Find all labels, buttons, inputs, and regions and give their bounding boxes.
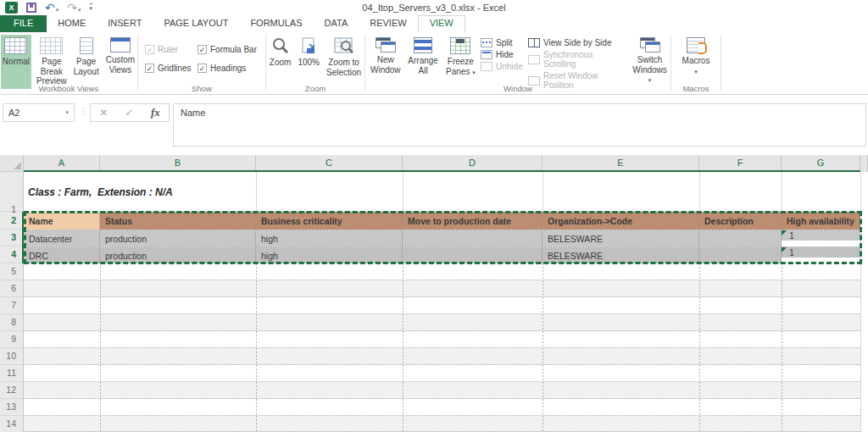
row-header-3[interactable]: 3 [0, 230, 23, 246]
hide-button[interactable]: Hide [481, 50, 525, 59]
row-band[interactable] [24, 399, 860, 416]
macros-label: Macros [682, 56, 710, 66]
page-break-preview-button[interactable]: Page Break Preview [35, 35, 69, 89]
formula-input[interactable]: Name [173, 103, 866, 147]
formula-bar-checkbox[interactable]: ✓Formula Bar [198, 45, 265, 54]
formula-bar-label: Formula Bar [210, 45, 257, 54]
normal-view-label: Normal [3, 57, 30, 67]
column-header-e[interactable]: E [542, 155, 699, 172]
column-header-b[interactable]: B [100, 155, 256, 172]
normal-view-button[interactable]: Normal [1, 35, 31, 89]
row-band[interactable] [24, 297, 860, 314]
column-header-a[interactable]: A [24, 155, 100, 172]
name-box[interactable]: A2▾ [3, 103, 75, 122]
macros-icon [687, 37, 705, 53]
row-band[interactable] [24, 365, 860, 382]
hide-icon [481, 50, 492, 59]
row-band[interactable] [24, 331, 860, 348]
page-layout-button[interactable]: Page Layout [72, 35, 101, 89]
row-header-8[interactable]: 8 [0, 314, 23, 331]
switch-windows-button[interactable]: Switch Windows ▾ [631, 35, 669, 90]
view-side-by-side-button[interactable]: View Side by Side [528, 38, 627, 47]
macros-button[interactable]: Macros▾ [681, 35, 712, 78]
group-label-zoom: Zoom [266, 84, 364, 93]
row-header-1[interactable]: 1 [0, 172, 23, 212]
tab-formulas[interactable]: FORMULAS [239, 15, 313, 32]
tab-insert[interactable]: INSERT [97, 15, 153, 32]
row-band[interactable] [24, 280, 860, 297]
new-window-label: New Window [370, 55, 401, 75]
row-header-4[interactable]: 4 [0, 246, 23, 263]
group-label-workbook-views: Workbook Views [0, 84, 137, 93]
unhide-icon [481, 62, 492, 71]
tab-data[interactable]: DATA [314, 15, 359, 32]
gridlines-checkbox[interactable]: ✓Gridlines [145, 64, 198, 73]
gridline [782, 172, 782, 212]
row-header-10[interactable]: 10 [0, 348, 23, 365]
column-header-d[interactable]: D [403, 155, 542, 172]
selection-marquee [24, 211, 862, 264]
group-separator [721, 35, 721, 91]
row-header-13[interactable]: 13 [0, 399, 23, 416]
unhide-button[interactable]: Unhide [481, 62, 525, 71]
zoom-button[interactable]: Zoom [268, 35, 293, 80]
zoom-100-icon [300, 37, 317, 55]
name-box-dropdown-icon[interactable]: ▾ [65, 109, 69, 116]
zoom-to-selection-button[interactable]: Zoom to Selection [325, 35, 363, 80]
freeze-panes-label: Freeze Panes [446, 57, 474, 76]
synchronous-scrolling-label: Synchronous Scrolling [543, 50, 627, 69]
headings-checkbox[interactable]: ✓Headings [198, 64, 265, 73]
row-header-14[interactable]: 14 [0, 416, 23, 432]
row-header-7[interactable]: 7 [0, 297, 23, 314]
row-header-11[interactable]: 11 [0, 365, 23, 382]
cell-a1-title[interactable]: Class : Farm, Extension : N/A [28, 172, 173, 212]
tab-view[interactable]: VIEW [418, 15, 465, 32]
view-side-by-side-icon [528, 38, 540, 47]
gridline [100, 263, 101, 432]
insert-function-icon[interactable]: fx [151, 106, 160, 119]
formula-bar-separator-icon: ⋮ [79, 106, 88, 117]
window-small-buttons: Split Hide Unhide [481, 35, 525, 90]
row-header-12[interactable]: 12 [0, 382, 23, 399]
zoom-100-button[interactable]: 100% [296, 35, 321, 80]
formula-bar-area: A2▾ ⋮ ✕ ✓ fx Name [0, 95, 868, 155]
row-band[interactable] [24, 263, 860, 280]
arrange-all-icon [414, 37, 432, 53]
synchronous-scrolling-icon [528, 55, 540, 64]
gridline [403, 263, 403, 432]
group-workbook-views: Normal Page Break Preview Page Layout Cu… [0, 32, 137, 94]
column-header-g[interactable]: G [782, 155, 860, 172]
switch-windows-label: Switch Windows [632, 55, 667, 75]
synchronous-scrolling-button[interactable]: Synchronous Scrolling [528, 50, 627, 69]
ruler-checkbox[interactable]: ✓Ruler [145, 45, 198, 54]
arrange-all-button[interactable]: Arrange All [406, 35, 441, 90]
column-header-filler [860, 155, 868, 172]
gridline [699, 263, 700, 432]
document-title: 04_Itop_Servers_v3_0.xlsx - Excel [0, 3, 868, 13]
custom-views-button[interactable]: Custom Views [104, 35, 136, 89]
zoom-100-label: 100% [298, 58, 320, 68]
row-band[interactable] [24, 382, 860, 399]
row-header-2[interactable]: 2 [0, 212, 23, 230]
new-window-button[interactable]: New Window [369, 35, 403, 90]
column-header-c[interactable]: C [256, 155, 403, 172]
select-all-corner[interactable] [0, 155, 24, 172]
gridlines-check-icon: ✓ [145, 64, 154, 73]
tab-page-layout[interactable]: PAGE LAYOUT [153, 15, 239, 32]
zoom-to-selection-label: Zoom to Selection [326, 58, 361, 77]
enter-icon[interactable]: ✓ [125, 107, 134, 119]
row-band[interactable] [24, 314, 860, 331]
split-button[interactable]: Split [481, 38, 525, 47]
cancel-icon[interactable]: ✕ [99, 107, 108, 119]
row-header-9[interactable]: 9 [0, 331, 23, 348]
tab-review[interactable]: REVIEW [359, 15, 417, 32]
row-band[interactable] [24, 348, 860, 365]
tab-home[interactable]: HOME [47, 15, 97, 32]
tab-file[interactable]: FILE [0, 15, 47, 32]
freeze-panes-button[interactable]: Freeze Panes ▾ [444, 35, 477, 90]
column-header-f[interactable]: F [699, 155, 782, 172]
row-band[interactable] [24, 416, 860, 432]
row-header-5[interactable]: 5 [0, 263, 23, 280]
page-layout-label: Page Layout [74, 57, 99, 76]
row-header-6[interactable]: 6 [0, 280, 23, 297]
